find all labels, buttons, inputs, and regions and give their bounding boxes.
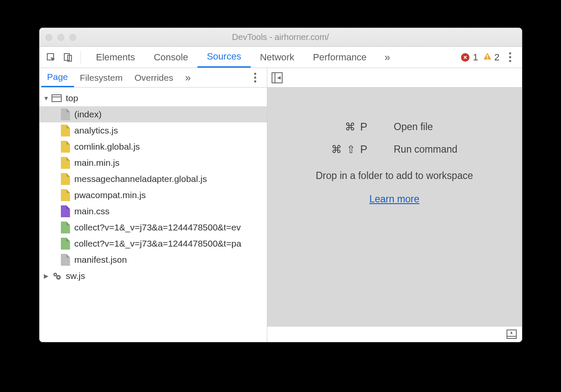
- main-tabstrip: Elements Console Sources Network Perform…: [40, 47, 522, 68]
- collapse-navigator-icon[interactable]: [272, 72, 283, 83]
- file-icon: [61, 141, 70, 153]
- learn-more-link[interactable]: Learn more: [369, 193, 420, 205]
- file-name: comlink.global.js: [74, 142, 140, 152]
- file-name: main.css: [74, 206, 110, 216]
- open-file-label: Open file: [394, 121, 458, 133]
- file-icon: [61, 238, 70, 250]
- error-count: 1: [473, 52, 478, 63]
- issue-counts[interactable]: 1 2: [461, 52, 500, 63]
- navigator-menu-icon[interactable]: [248, 73, 263, 82]
- tree-file-row[interactable]: analytics.js: [40, 122, 267, 139]
- tree-node-top[interactable]: ▼ top: [40, 90, 267, 106]
- file-icon: [61, 157, 70, 169]
- subtabs-overflow-icon[interactable]: »: [179, 72, 197, 84]
- navigator-tabstrip: Page Filesystem Overrides »: [40, 68, 267, 88]
- subtab-overrides[interactable]: Overrides: [129, 68, 179, 87]
- tab-performance[interactable]: Performance: [303, 47, 376, 68]
- file-name: analytics.js: [74, 125, 118, 136]
- expand-arrow-right-icon[interactable]: ▶: [43, 273, 50, 279]
- tree-file-row[interactable]: comlink.global.js: [40, 139, 267, 155]
- subtab-filesystem[interactable]: Filesystem: [74, 68, 129, 87]
- file-icon: [61, 189, 70, 201]
- run-command-keys: ⌘ ⇧ P: [331, 143, 368, 156]
- expand-arrow-down-icon[interactable]: ▼: [43, 95, 50, 102]
- titlebar: DevTools - airhorner.com/: [40, 28, 522, 47]
- content-area: Page Filesystem Overrides » ▼ top (index…: [40, 68, 522, 342]
- tab-separator: [80, 51, 81, 64]
- editor-pane: ⌘ P Open file ⌘ ⇧ P Run command Drop in …: [267, 68, 522, 342]
- tree-label: top: [66, 93, 78, 103]
- tab-console[interactable]: Console: [144, 47, 197, 68]
- tab-elements[interactable]: Elements: [87, 47, 145, 68]
- file-icon: [61, 254, 70, 266]
- file-name: (index): [74, 109, 102, 119]
- warning-count: 2: [494, 52, 499, 63]
- service-worker-icon: [51, 270, 63, 281]
- warning-icon: [483, 52, 492, 63]
- tree-node-sw[interactable]: ▶ sw.js: [40, 268, 267, 284]
- drawer-toggle-icon[interactable]: [507, 330, 517, 339]
- tree-file-row[interactable]: (index): [40, 106, 267, 122]
- tab-sources[interactable]: Sources: [197, 47, 251, 68]
- tree-file-row[interactable]: collect?v=1&_v=j73&a=1244478500&t=pa: [40, 236, 267, 252]
- tree-file-row[interactable]: manifest.json: [40, 252, 267, 268]
- tabs-overflow-icon[interactable]: »: [376, 51, 398, 63]
- file-icon: [61, 108, 70, 120]
- file-icon: [61, 205, 70, 217]
- editor-placeholder[interactable]: ⌘ P Open file ⌘ ⇧ P Run command Drop in …: [267, 88, 522, 327]
- tree-file-row[interactable]: messagechanneladapter.global.js: [40, 171, 267, 187]
- file-name: main.min.js: [74, 158, 120, 168]
- file-icon: [61, 125, 70, 136]
- file-name: collect?v=1&_v=j73&a=1244478500&t=pa: [74, 239, 241, 249]
- file-name: pwacompat.min.js: [74, 190, 146, 200]
- file-name: manifest.json: [74, 255, 127, 265]
- settings-menu-icon[interactable]: [503, 52, 518, 62]
- file-name: collect?v=1&_v=j73&a=1244478500&t=ev: [74, 222, 241, 233]
- svg-point-6: [54, 274, 56, 275]
- editor-footer: [267, 327, 522, 342]
- run-command-label: Run command: [394, 144, 458, 155]
- file-tree: ▼ top (index)analytics.jscomlink.global.…: [40, 88, 267, 342]
- file-icon: [61, 173, 70, 185]
- svg-rect-1: [64, 54, 69, 60]
- shortcuts: ⌘ P Open file ⌘ ⇧ P Run command: [331, 121, 457, 156]
- drop-folder-text: Drop in a folder to add to workspace: [316, 170, 473, 182]
- tree-label: sw.js: [66, 271, 86, 281]
- file-name: messagechanneladapter.global.js: [74, 174, 207, 184]
- file-icon: [61, 222, 70, 233]
- device-toggle-icon[interactable]: [61, 50, 75, 65]
- navigator-pane: Page Filesystem Overrides » ▼ top (index…: [40, 68, 267, 342]
- svg-point-8: [57, 276, 59, 278]
- tree-file-row[interactable]: pwacompat.min.js: [40, 187, 267, 203]
- devtools-window: DevTools - airhorner.com/ Elements Conso…: [39, 28, 522, 342]
- svg-rect-4: [487, 58, 488, 59]
- inspect-icon[interactable]: [44, 50, 58, 65]
- frame-icon: [52, 94, 62, 102]
- tree-file-row[interactable]: main.css: [40, 203, 267, 219]
- subtab-page[interactable]: Page: [41, 68, 74, 87]
- tree-file-row[interactable]: collect?v=1&_v=j73&a=1244478500&t=ev: [40, 219, 267, 236]
- open-file-keys: ⌘ P: [331, 121, 368, 133]
- error-icon: [461, 53, 469, 62]
- window-title: DevTools - airhorner.com/: [40, 32, 522, 42]
- editor-toolbar: [267, 68, 522, 88]
- tree-file-row[interactable]: main.min.js: [40, 155, 267, 171]
- tab-network[interactable]: Network: [251, 47, 304, 68]
- svg-rect-3: [487, 55, 488, 57]
